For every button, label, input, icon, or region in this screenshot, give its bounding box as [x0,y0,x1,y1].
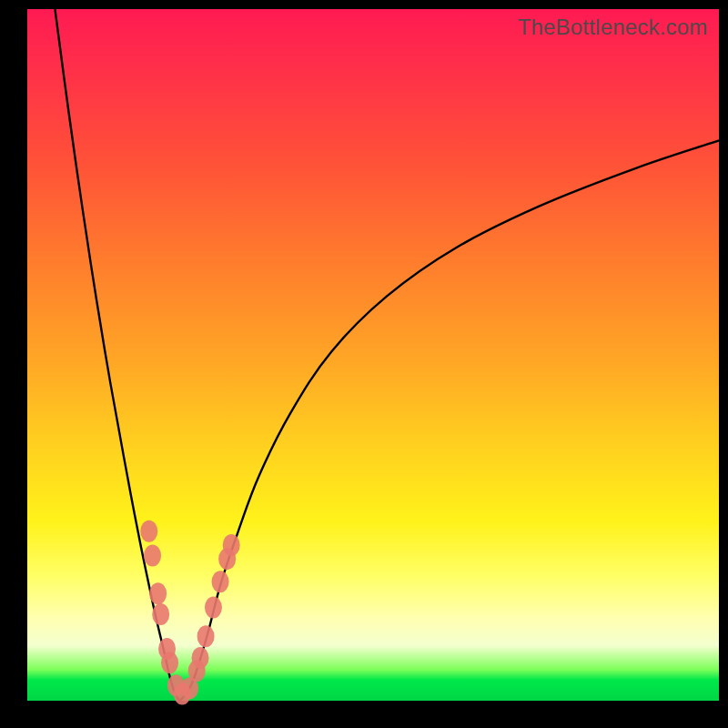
plot-area: TheBottleneck.com [27,9,719,701]
curve-layer [27,9,719,701]
curve-marker [140,521,157,542]
curve-marker [205,596,222,618]
curve-marker [212,571,229,592]
curve-marker [152,603,169,625]
curve-marker [192,647,209,669]
marker-group [140,521,239,705]
curve-right [179,140,719,701]
curve-marker [161,652,178,673]
curve-marker [223,534,240,556]
curve-marker [197,625,215,647]
curve-marker [149,582,167,604]
curve-marker [144,544,161,566]
chart-frame: TheBottleneck.com [0,0,728,728]
